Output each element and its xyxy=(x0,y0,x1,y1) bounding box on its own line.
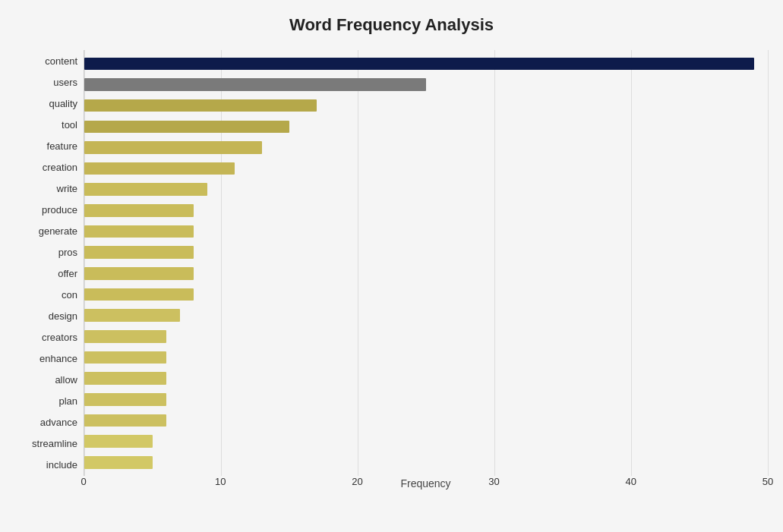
bar-row xyxy=(84,221,768,242)
x-axis-wrapper: 01020304050 Frequency xyxy=(84,476,768,490)
bar-row xyxy=(84,53,768,74)
x-tick-label: 0 xyxy=(81,476,86,487)
bar xyxy=(84,414,166,427)
bar xyxy=(84,225,194,238)
bar-row xyxy=(84,179,768,200)
y-axis-label: generate xyxy=(39,226,77,236)
y-axis-label: offer xyxy=(58,269,77,279)
bar-row xyxy=(84,452,768,473)
chart-area: contentusersqualitytoolfeaturecreationwr… xyxy=(15,50,768,476)
y-axis-label: tool xyxy=(62,120,77,130)
bar xyxy=(84,78,426,91)
bar-row xyxy=(84,368,768,389)
x-tick-label: 50 xyxy=(762,476,773,487)
y-axis-label: content xyxy=(45,56,77,66)
y-axis-label: pros xyxy=(58,247,77,257)
bar-row xyxy=(84,116,768,137)
y-axis-label: design xyxy=(49,311,77,321)
bar xyxy=(84,162,235,175)
grid-and-bars xyxy=(84,50,768,476)
bars-container xyxy=(84,50,768,476)
y-axis-label: write xyxy=(57,184,77,194)
bar-row xyxy=(84,242,768,263)
bar xyxy=(84,99,317,112)
y-axis-label: advance xyxy=(40,417,77,427)
bar-row xyxy=(84,389,768,411)
y-axis-label: con xyxy=(62,290,77,300)
bar xyxy=(84,456,153,469)
y-axis-label: users xyxy=(53,77,77,87)
bar xyxy=(84,141,262,154)
x-tick-label: 10 xyxy=(215,476,226,487)
bar-row xyxy=(84,431,768,452)
chart-title: Word Frequency Analysis xyxy=(15,15,768,35)
y-axis-label: quality xyxy=(49,99,77,109)
bar xyxy=(84,58,754,71)
bar-row xyxy=(84,284,768,305)
y-axis-label: feature xyxy=(47,141,77,151)
bar-row xyxy=(84,158,768,179)
y-axis-label: enhance xyxy=(39,354,77,364)
bar-row xyxy=(84,74,768,96)
y-axis-label: include xyxy=(46,460,77,470)
y-axis-label: allow xyxy=(55,375,77,385)
bar-row xyxy=(84,263,768,285)
x-tick-label: 40 xyxy=(626,476,636,487)
x-axis-label: Frequency xyxy=(84,477,768,490)
y-axis-label: creation xyxy=(43,162,77,172)
bar xyxy=(84,351,166,364)
bar-row xyxy=(84,305,768,326)
bar xyxy=(84,246,194,259)
x-tick-label: 20 xyxy=(352,476,362,487)
bar-row xyxy=(84,347,768,368)
plot-area xyxy=(84,50,768,476)
bar xyxy=(84,330,166,343)
bar xyxy=(84,204,194,217)
bar xyxy=(84,183,207,196)
bar-row xyxy=(84,137,768,159)
bar xyxy=(84,288,194,301)
bar xyxy=(84,435,153,448)
bar xyxy=(84,372,166,385)
bar-row xyxy=(84,410,768,431)
x-tick-label: 30 xyxy=(488,476,499,487)
bar-row xyxy=(84,326,768,348)
y-axis-label: produce xyxy=(42,205,77,215)
y-axis-label: creators xyxy=(42,332,77,342)
chart-container: Word Frequency Analysis contentusersqual… xyxy=(0,0,783,532)
bar xyxy=(84,267,194,280)
grid-line xyxy=(768,50,769,476)
bar xyxy=(84,393,166,406)
bar xyxy=(84,309,180,322)
y-axis-label: plan xyxy=(58,396,77,406)
bar-row xyxy=(84,95,768,116)
bar-row xyxy=(84,200,768,222)
y-axis-label: streamline xyxy=(32,439,77,449)
bar xyxy=(84,121,289,134)
y-axis: contentusersqualitytoolfeaturecreationwr… xyxy=(15,50,84,476)
